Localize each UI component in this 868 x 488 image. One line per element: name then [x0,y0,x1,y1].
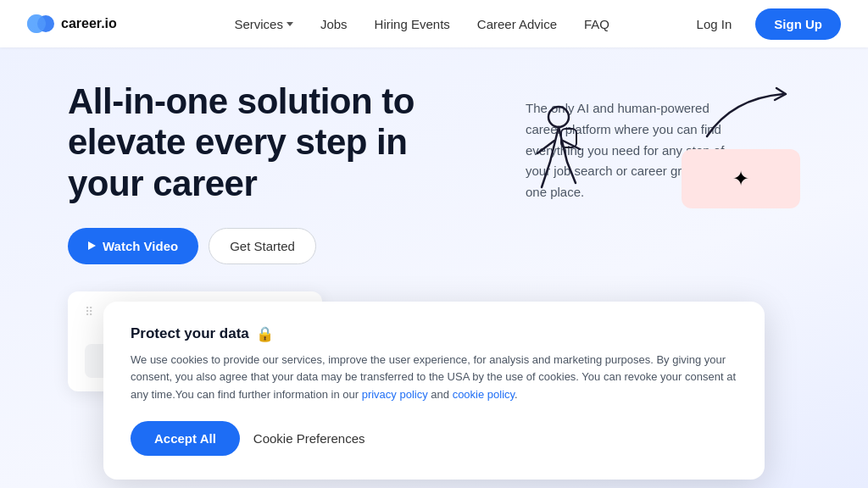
cookie-policy-link[interactable]: cookie policy [453,388,515,401]
svg-point-2 [27,14,46,33]
chevron-down-icon [287,22,293,26]
svg-point-3 [548,107,569,127]
logo-text: career.io [61,16,117,31]
signup-button[interactable]: Sign Up [755,8,841,40]
nav-faq[interactable]: FAQ [584,17,609,31]
navbar: career.io Services Jobs Hiring Events Ca… [0,0,868,47]
get-started-button[interactable]: Get Started [209,228,316,264]
runner-illustration [504,98,605,200]
star-icon: ✦ [732,167,749,191]
privacy-policy-link[interactable]: privacy policy [362,388,428,401]
hero-buttons: Watch Video Get Started [68,228,492,264]
pink-card: ✦ [682,149,800,208]
watch-video-button[interactable]: Watch Video [68,228,198,264]
cookie-preferences-button[interactable]: Cookie Preferences [253,431,365,446]
play-icon [88,241,96,250]
nav-career-advice[interactable]: Career Advice [477,17,557,31]
nav-links: Services Jobs Hiring Events Career Advic… [158,17,687,31]
login-button[interactable]: Log In [687,10,743,38]
nav-jobs[interactable]: Jobs [320,17,348,31]
cookie-banner: Protect your data 🔒 We use cookies to pr… [103,302,765,480]
nav-services[interactable]: Services [234,17,293,31]
lock-icon: 🔒 [256,325,274,343]
logo[interactable]: career.io [27,10,117,37]
card-dots-icon: ⠿ [85,305,93,334]
cookie-actions: Accept All Cookie Preferences [131,421,737,456]
nav-hiring-events[interactable]: Hiring Events [375,17,450,31]
accept-all-button[interactable]: Accept All [131,421,240,456]
cookie-body: We use cookies to provide our services, … [131,352,737,404]
cookie-title: Protect your data 🔒 [131,325,737,343]
nav-actions: Log In Sign Up [687,8,841,40]
hero-title: All-in-one solution to elevate every ste… [68,81,492,204]
arrow-illustration [698,81,800,149]
